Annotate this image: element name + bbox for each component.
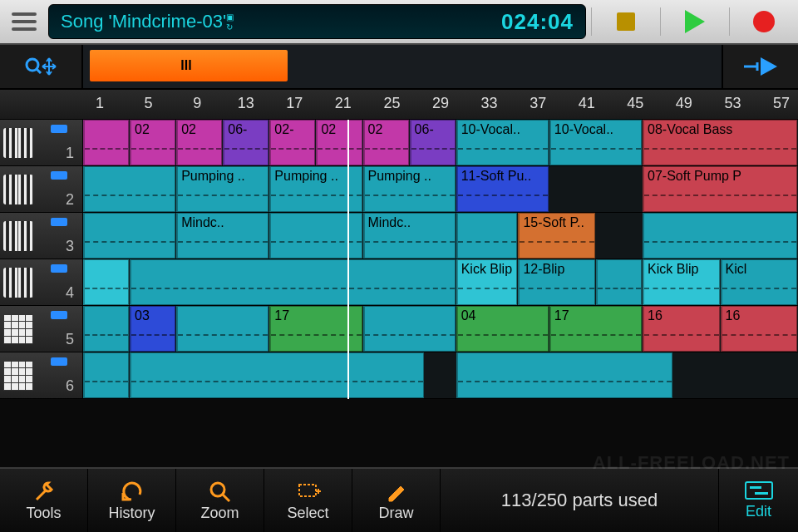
clip[interactable] xyxy=(130,352,424,398)
track-lane[interactable]: 020206-02-020206-10-Vocal..10-Vocal..08-… xyxy=(83,120,798,165)
clip[interactable]: 15-Soft P.. xyxy=(518,213,594,259)
clip[interactable]: 12-Blip xyxy=(518,259,594,305)
clip[interactable] xyxy=(643,213,797,259)
track-lane[interactable]: Kick Blip12-BlipKick BlipKicl xyxy=(83,259,798,305)
track-header[interactable]: 4 xyxy=(0,259,83,305)
clip[interactable]: Mindc.. xyxy=(363,213,456,259)
clip[interactable] xyxy=(83,120,129,165)
clip[interactable]: 11-Soft Pu.. xyxy=(456,166,549,212)
zoom-pan-tool[interactable] xyxy=(0,45,83,88)
stop-button[interactable] xyxy=(597,5,655,38)
clip-label: 10-Vocal.. xyxy=(461,122,520,136)
clip[interactable]: 10-Vocal.. xyxy=(549,120,642,165)
clip[interactable]: 06- xyxy=(223,120,268,165)
track-row: 5031704171616 xyxy=(0,306,798,352)
clip-label: Pumping .. xyxy=(274,169,337,183)
track-lane[interactable]: Pumping ..Pumping ..Pumping ..11-Soft Pu… xyxy=(83,166,798,212)
menu-button[interactable] xyxy=(5,5,43,38)
clip[interactable] xyxy=(83,352,129,398)
tools-button[interactable]: Tools xyxy=(0,469,88,532)
clip[interactable]: 02 xyxy=(316,120,362,165)
clip[interactable]: 06- xyxy=(410,120,456,165)
clip[interactable] xyxy=(83,166,175,212)
clip[interactable]: 10-Vocal.. xyxy=(456,120,549,165)
svg-point-0 xyxy=(27,59,38,71)
pad-icon xyxy=(3,361,33,391)
clip[interactable]: 16 xyxy=(721,306,797,352)
clip-label: Kick Blip xyxy=(461,262,512,276)
tracks-area: 1020206-02-020206-10-Vocal..10-Vocal..08… xyxy=(0,120,798,399)
clip[interactable] xyxy=(456,352,673,398)
ruler-tick: 53 xyxy=(724,95,741,112)
track-header[interactable]: 6 xyxy=(0,352,83,398)
svg-line-1 xyxy=(37,69,41,73)
clip-label: 07-Soft Pump P xyxy=(648,169,741,183)
clip[interactable]: Kick Blip xyxy=(643,259,719,305)
keys-icon xyxy=(3,221,33,251)
clip[interactable]: 07-Soft Pump P xyxy=(643,166,797,212)
svg-line-3 xyxy=(223,495,229,501)
clip[interactable] xyxy=(363,306,456,352)
edit-button[interactable]: Edit xyxy=(718,469,798,532)
clip[interactable]: Pumping .. xyxy=(363,166,456,212)
track-number: 2 xyxy=(66,191,74,209)
clip[interactable] xyxy=(456,213,518,259)
song-display[interactable]: Song 'Mindcrime-03' ▣↻ 024:04 xyxy=(48,4,586,39)
ruler-tick: 41 xyxy=(579,95,595,112)
history-button[interactable]: History xyxy=(88,469,176,532)
clip[interactable]: 08-Vocal Bass xyxy=(643,120,797,165)
ruler-tick: 17 xyxy=(286,95,303,112)
clip[interactable] xyxy=(596,259,642,305)
track-meter xyxy=(51,357,67,366)
clip-label: 16 xyxy=(648,308,663,323)
clip-label: 15-Soft P.. xyxy=(523,215,584,229)
ruler-tick: 9 xyxy=(193,95,201,112)
song-overview[interactable]: III xyxy=(83,45,723,88)
clip[interactable]: Kick Blip xyxy=(456,259,518,305)
select-button[interactable]: Select xyxy=(264,469,352,532)
clip[interactable]: Kicl xyxy=(721,259,797,305)
track-header[interactable]: 3 xyxy=(0,213,83,259)
clip[interactable]: 02- xyxy=(269,120,315,165)
keys-icon xyxy=(3,268,33,298)
clip-label: 16 xyxy=(726,308,741,323)
clip[interactable]: 16 xyxy=(643,306,719,352)
clip[interactable] xyxy=(176,306,268,352)
track-lane[interactable]: Mindc..Mindc..15-Soft P.. xyxy=(83,213,798,259)
draw-button[interactable]: Draw xyxy=(352,469,441,532)
clip[interactable]: Pumping .. xyxy=(269,166,362,212)
zoom-button[interactable]: Zoom xyxy=(176,469,264,532)
wrench-icon xyxy=(32,480,57,503)
track-lane[interactable]: 031704171616 xyxy=(83,306,798,352)
clip[interactable]: Mindc.. xyxy=(176,213,268,259)
track-row: 1020206-02-020206-10-Vocal..10-Vocal..08… xyxy=(0,120,798,166)
marquee-icon xyxy=(296,480,321,503)
record-button[interactable] xyxy=(735,5,793,38)
clip[interactable]: 02 xyxy=(363,120,409,165)
track-header[interactable]: 1 xyxy=(0,120,83,165)
clip-label: 12-Blip xyxy=(523,262,564,276)
play-button[interactable] xyxy=(666,5,724,38)
clip[interactable]: Pumping .. xyxy=(176,166,268,212)
track-header[interactable]: 5 xyxy=(0,306,83,352)
track-header[interactable]: 2 xyxy=(0,166,83,212)
clip[interactable] xyxy=(83,306,129,352)
overview-snap-button[interactable] xyxy=(723,45,798,88)
clip[interactable] xyxy=(269,213,362,259)
clip[interactable]: 17 xyxy=(269,306,362,352)
clip[interactable] xyxy=(83,259,129,305)
track-number: 5 xyxy=(66,331,74,348)
clip[interactable]: 02 xyxy=(176,120,222,165)
clip[interactable]: 03 xyxy=(130,306,175,352)
clip[interactable]: 17 xyxy=(549,306,642,352)
track-lane[interactable] xyxy=(83,352,798,398)
overview-region[interactable]: III xyxy=(90,50,288,81)
ruler-tick: 33 xyxy=(481,95,498,112)
timeline-ruler[interactable]: 159131721252933374145495357 xyxy=(0,90,798,120)
clip[interactable] xyxy=(83,213,175,259)
clip[interactable]: 02 xyxy=(130,120,175,165)
pencil-icon xyxy=(384,480,409,503)
clip[interactable]: 04 xyxy=(456,306,549,352)
clip[interactable] xyxy=(130,259,456,305)
svg-point-2 xyxy=(211,483,224,496)
